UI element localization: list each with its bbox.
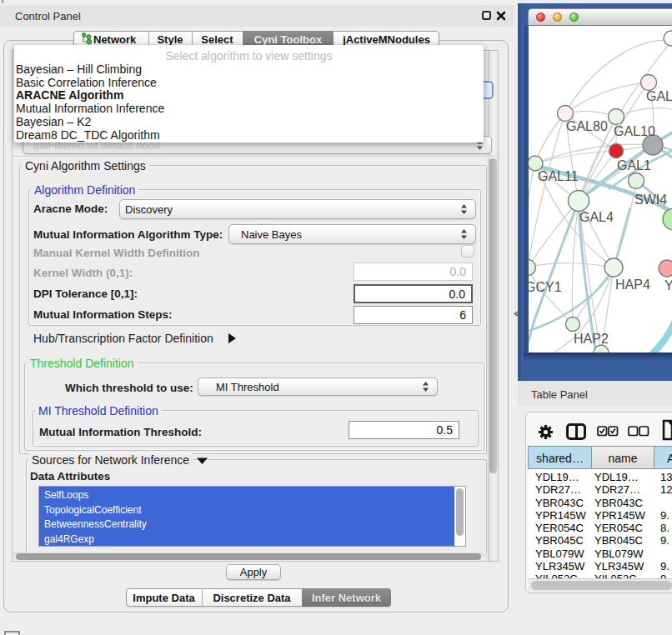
svg-text:GAL10: GAL10 [614,124,655,138]
svg-text:GAL: GAL [646,89,672,103]
svg-text:GAL4: GAL4 [579,210,614,224]
svg-text:Y: Y [664,278,672,292]
svg-text:SWI4: SWI4 [634,192,667,207]
svg-text:HAP4: HAP4 [615,278,650,292]
svg-text:GAL80: GAL80 [566,119,608,133]
svg-text:HAP2: HAP2 [574,332,609,346]
svg-text:GAL11: GAL11 [538,169,579,183]
svg-text:GCY1: GCY1 [529,280,562,294]
svg-text:GAL1: GAL1 [617,158,651,172]
